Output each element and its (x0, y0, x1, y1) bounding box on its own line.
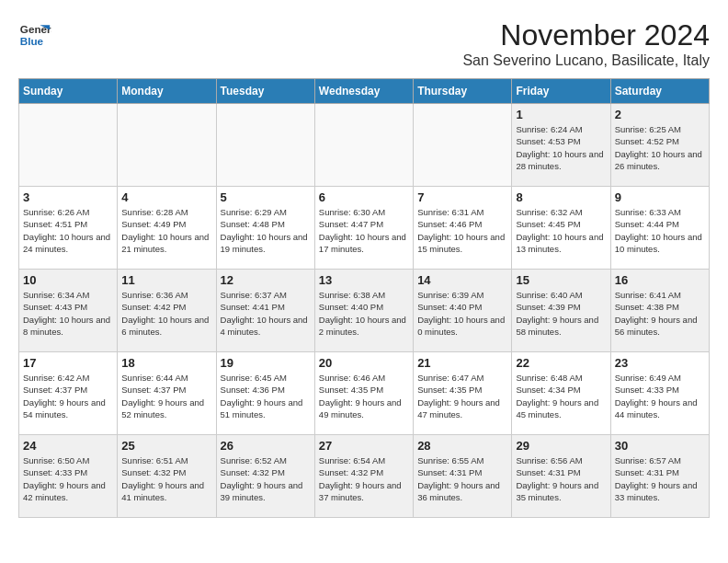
day-info: Sunrise: 6:24 AM Sunset: 4:53 PM Dayligh… (516, 123, 606, 172)
calendar-day-cell: 18Sunrise: 6:44 AM Sunset: 4:37 PM Dayli… (118, 352, 216, 435)
day-number: 15 (516, 273, 606, 287)
day-number: 5 (221, 190, 311, 204)
calendar-day-cell: 3Sunrise: 6:26 AM Sunset: 4:51 PM Daylig… (19, 187, 118, 270)
calendar-day-cell: 10Sunrise: 6:34 AM Sunset: 4:43 PM Dayli… (19, 270, 118, 352)
calendar-week-row: 17Sunrise: 6:42 AM Sunset: 4:37 PM Dayli… (19, 352, 710, 435)
calendar-day-cell: 7Sunrise: 6:31 AM Sunset: 4:46 PM Daylig… (414, 187, 512, 270)
calendar-day-cell: 13Sunrise: 6:38 AM Sunset: 4:40 PM Dayli… (314, 270, 413, 352)
day-info: Sunrise: 6:26 AM Sunset: 4:51 PM Dayligh… (23, 206, 113, 255)
day-info: Sunrise: 6:41 AM Sunset: 4:38 PM Dayligh… (615, 289, 705, 338)
day-number: 14 (417, 273, 507, 287)
day-info: Sunrise: 6:56 AM Sunset: 4:31 PM Dayligh… (516, 454, 606, 503)
day-number: 7 (417, 190, 507, 204)
weekday-header-friday: Friday (512, 79, 610, 104)
day-number: 12 (221, 273, 311, 287)
day-info: Sunrise: 6:47 AM Sunset: 4:35 PM Dayligh… (417, 372, 507, 420)
day-number: 11 (121, 273, 211, 287)
calendar-day-cell: 26Sunrise: 6:52 AM Sunset: 4:32 PM Dayli… (216, 435, 314, 518)
day-info: Sunrise: 6:33 AM Sunset: 4:44 PM Dayligh… (615, 206, 705, 255)
day-number: 20 (319, 356, 409, 370)
calendar-day-cell: 6Sunrise: 6:30 AM Sunset: 4:47 PM Daylig… (314, 187, 413, 270)
calendar-day-cell: 27Sunrise: 6:54 AM Sunset: 4:32 PM Dayli… (314, 435, 413, 518)
day-info: Sunrise: 6:52 AM Sunset: 4:32 PM Dayligh… (221, 454, 311, 503)
calendar-day-cell: 19Sunrise: 6:45 AM Sunset: 4:36 PM Dayli… (216, 352, 314, 435)
day-number: 18 (121, 356, 211, 370)
day-info: Sunrise: 6:32 AM Sunset: 4:45 PM Dayligh… (516, 206, 606, 255)
location-subtitle: San Severino Lucano, Basilicate, Italy (462, 52, 710, 69)
day-number: 22 (516, 356, 606, 370)
calendar-day-cell: 30Sunrise: 6:57 AM Sunset: 4:31 PM Dayli… (610, 435, 709, 518)
day-info: Sunrise: 6:44 AM Sunset: 4:37 PM Dayligh… (121, 372, 211, 420)
day-info: Sunrise: 6:42 AM Sunset: 4:37 PM Dayligh… (23, 372, 113, 420)
day-info: Sunrise: 6:29 AM Sunset: 4:48 PM Dayligh… (221, 206, 311, 255)
calendar-day-cell: 20Sunrise: 6:46 AM Sunset: 4:35 PM Dayli… (314, 352, 413, 435)
day-info: Sunrise: 6:54 AM Sunset: 4:32 PM Dayligh… (319, 454, 409, 503)
day-number: 25 (121, 439, 211, 453)
calendar-day-cell: 21Sunrise: 6:47 AM Sunset: 4:35 PM Dayli… (414, 352, 512, 435)
page-header: General Blue November 2024 San Severino … (18, 18, 710, 69)
calendar-day-cell: 28Sunrise: 6:55 AM Sunset: 4:31 PM Dayli… (414, 435, 512, 518)
calendar-day-cell (118, 104, 216, 187)
day-number: 16 (615, 273, 705, 287)
day-info: Sunrise: 6:25 AM Sunset: 4:52 PM Dayligh… (615, 123, 705, 172)
weekday-header-saturday: Saturday (610, 79, 709, 104)
calendar-week-row: 1Sunrise: 6:24 AM Sunset: 4:53 PM Daylig… (19, 104, 710, 187)
calendar-day-cell: 23Sunrise: 6:49 AM Sunset: 4:33 PM Dayli… (610, 352, 709, 435)
calendar-day-cell: 24Sunrise: 6:50 AM Sunset: 4:33 PM Dayli… (19, 435, 118, 518)
weekday-header-wednesday: Wednesday (314, 79, 413, 104)
calendar-header-row: SundayMondayTuesdayWednesdayThursdayFrid… (19, 79, 710, 104)
day-info: Sunrise: 6:45 AM Sunset: 4:36 PM Dayligh… (221, 372, 311, 420)
day-info: Sunrise: 6:40 AM Sunset: 4:39 PM Dayligh… (516, 289, 606, 338)
calendar-day-cell: 4Sunrise: 6:28 AM Sunset: 4:49 PM Daylig… (118, 187, 216, 270)
day-info: Sunrise: 6:36 AM Sunset: 4:42 PM Dayligh… (121, 289, 211, 338)
svg-text:General: General (20, 23, 51, 35)
calendar-day-cell (216, 104, 314, 187)
day-info: Sunrise: 6:34 AM Sunset: 4:43 PM Dayligh… (23, 289, 113, 338)
calendar-day-cell: 2Sunrise: 6:25 AM Sunset: 4:52 PM Daylig… (610, 104, 709, 187)
calendar-day-cell: 14Sunrise: 6:39 AM Sunset: 4:40 PM Dayli… (414, 270, 512, 352)
month-title: November 2024 (462, 18, 710, 52)
day-info: Sunrise: 6:28 AM Sunset: 4:49 PM Dayligh… (121, 206, 211, 255)
day-info: Sunrise: 6:31 AM Sunset: 4:46 PM Dayligh… (417, 206, 507, 255)
weekday-header-tuesday: Tuesday (216, 79, 314, 104)
day-info: Sunrise: 6:46 AM Sunset: 4:35 PM Dayligh… (319, 372, 409, 420)
day-number: 30 (615, 439, 705, 453)
calendar-day-cell: 17Sunrise: 6:42 AM Sunset: 4:37 PM Dayli… (19, 352, 118, 435)
day-number: 19 (221, 356, 311, 370)
day-number: 1 (516, 108, 606, 121)
day-info: Sunrise: 6:39 AM Sunset: 4:40 PM Dayligh… (417, 289, 507, 338)
day-number: 29 (516, 439, 606, 453)
calendar-day-cell (414, 104, 512, 187)
calendar-day-cell (19, 104, 118, 187)
title-area: November 2024 San Severino Lucano, Basil… (462, 18, 710, 69)
day-number: 27 (319, 439, 409, 453)
day-number: 9 (615, 190, 705, 204)
day-number: 8 (516, 190, 606, 204)
day-number: 26 (221, 439, 311, 453)
day-number: 17 (23, 356, 113, 370)
day-info: Sunrise: 6:51 AM Sunset: 4:32 PM Dayligh… (121, 454, 211, 503)
day-info: Sunrise: 6:37 AM Sunset: 4:41 PM Dayligh… (221, 289, 311, 338)
day-info: Sunrise: 6:48 AM Sunset: 4:34 PM Dayligh… (516, 372, 606, 420)
weekday-header-thursday: Thursday (414, 79, 512, 104)
calendar-week-row: 3Sunrise: 6:26 AM Sunset: 4:51 PM Daylig… (19, 187, 710, 270)
day-info: Sunrise: 6:50 AM Sunset: 4:33 PM Dayligh… (23, 454, 113, 503)
svg-text:Blue: Blue (20, 35, 44, 47)
day-number: 21 (417, 356, 507, 370)
day-number: 6 (319, 190, 409, 204)
calendar-table: SundayMondayTuesdayWednesdayThursdayFrid… (18, 78, 710, 518)
calendar-week-row: 10Sunrise: 6:34 AM Sunset: 4:43 PM Dayli… (19, 270, 710, 352)
day-number: 4 (121, 190, 211, 204)
calendar-day-cell: 1Sunrise: 6:24 AM Sunset: 4:53 PM Daylig… (512, 104, 610, 187)
calendar-day-cell: 9Sunrise: 6:33 AM Sunset: 4:44 PM Daylig… (610, 187, 709, 270)
day-info: Sunrise: 6:30 AM Sunset: 4:47 PM Dayligh… (319, 206, 409, 255)
day-info: Sunrise: 6:38 AM Sunset: 4:40 PM Dayligh… (319, 289, 409, 338)
calendar-day-cell: 25Sunrise: 6:51 AM Sunset: 4:32 PM Dayli… (118, 435, 216, 518)
day-number: 28 (417, 439, 507, 453)
day-number: 24 (23, 439, 113, 453)
day-number: 13 (319, 273, 409, 287)
calendar-day-cell: 11Sunrise: 6:36 AM Sunset: 4:42 PM Dayli… (118, 270, 216, 352)
weekday-header-sunday: Sunday (19, 79, 118, 104)
weekday-header-monday: Monday (118, 79, 216, 104)
calendar-week-row: 24Sunrise: 6:50 AM Sunset: 4:33 PM Dayli… (19, 435, 710, 518)
